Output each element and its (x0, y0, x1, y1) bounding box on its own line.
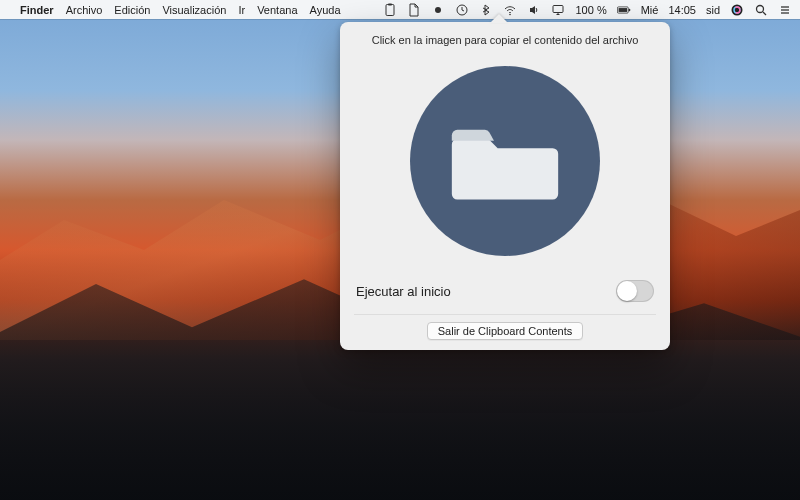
svg-rect-8 (628, 8, 630, 10)
spotlight-icon[interactable] (754, 3, 768, 17)
menu-item-edicion[interactable]: Edición (114, 4, 150, 16)
menu-bar-right: 100 % Mié 14:05 sid (383, 3, 792, 17)
user-name[interactable]: sid (706, 4, 720, 16)
popover-icon-area (354, 46, 656, 274)
menu-item-ventana[interactable]: Ventana (257, 4, 297, 16)
folder-icon (450, 116, 560, 206)
svg-point-12 (757, 5, 764, 12)
menu-item-ir[interactable]: Ir (238, 4, 245, 16)
svg-rect-1 (388, 3, 392, 5)
menu-item-archivo[interactable]: Archivo (66, 4, 103, 16)
launch-at-login-label: Ejecutar al inicio (356, 284, 451, 299)
app-name[interactable]: Finder (20, 4, 54, 16)
desktop: Finder Archivo Edición Visualización Ir … (0, 0, 800, 500)
menu-item-ayuda[interactable]: Ayuda (310, 4, 341, 16)
svg-line-13 (763, 12, 766, 15)
svg-point-2 (435, 7, 441, 13)
menu-bar-left: Finder Archivo Edición Visualización Ir … (8, 4, 341, 16)
time-machine-icon[interactable] (455, 3, 469, 17)
svg-point-9 (732, 4, 743, 15)
launch-at-login-toggle[interactable] (616, 280, 654, 302)
clock-time[interactable]: 14:05 (668, 4, 696, 16)
clock-day[interactable]: Mié (641, 4, 659, 16)
notification-center-icon[interactable] (778, 3, 792, 17)
airplay-icon[interactable] (551, 3, 565, 17)
document-icon[interactable] (407, 3, 421, 17)
copy-clipboard-button[interactable] (410, 66, 600, 256)
menu-bar: Finder Archivo Edición Visualización Ir … (0, 0, 800, 19)
volume-icon[interactable] (527, 3, 541, 17)
svg-rect-7 (618, 8, 627, 12)
battery-percent[interactable]: 100 % (575, 4, 606, 16)
popover-footer: Salir de Clipboard Contents (354, 314, 656, 340)
menu-item-visualizacion[interactable]: Visualización (162, 4, 226, 16)
svg-point-4 (510, 13, 512, 15)
svg-rect-0 (386, 4, 394, 15)
launch-at-login-row: Ejecutar al inicio (354, 274, 656, 314)
dot-icon[interactable] (431, 3, 445, 17)
battery-icon[interactable] (617, 3, 631, 17)
clipboard-menubar-icon[interactable] (383, 3, 397, 17)
popover-title: Click en la imagen para copiar el conten… (354, 34, 656, 46)
quit-button[interactable]: Salir de Clipboard Contents (427, 322, 584, 340)
svg-rect-5 (553, 5, 563, 12)
siri-icon[interactable] (730, 3, 744, 17)
toggle-knob (617, 281, 637, 301)
clipboard-popover: Click en la imagen para copiar el conten… (340, 22, 670, 350)
